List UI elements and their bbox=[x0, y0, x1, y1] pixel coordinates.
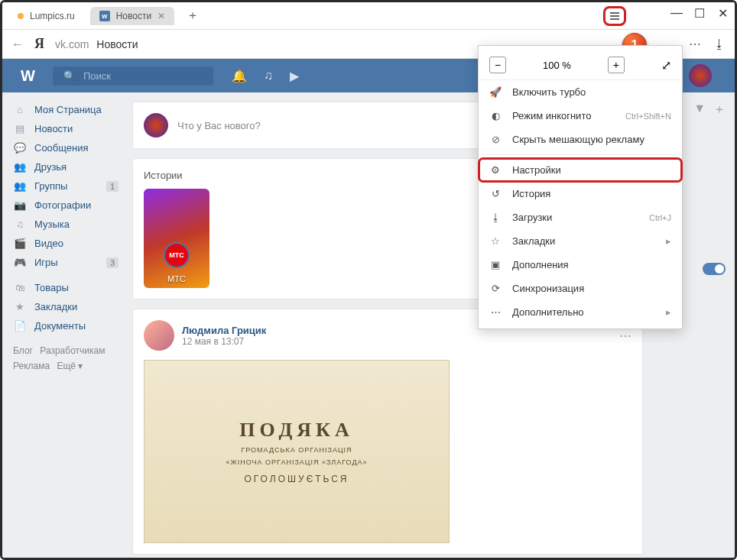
menu-label: Включить турбо bbox=[512, 86, 586, 98]
sidebar-badge: 1 bbox=[106, 181, 119, 192]
music-icon[interactable]: ♫ bbox=[264, 69, 273, 83]
sidebar-label: Закладки bbox=[34, 301, 77, 312]
browser-menu: − 100 % + ⤢ 🚀 Включить турбо ◐ Режим инк… bbox=[478, 45, 683, 329]
cert-line: ОГОЛОШУЄТЬСЯ bbox=[160, 474, 433, 484]
sync-icon: ⟳ bbox=[489, 283, 502, 294]
star-icon: ☆ bbox=[489, 235, 502, 247]
menu-more[interactable]: ⋯ Дополнительно ▸ bbox=[479, 300, 682, 324]
tab-bar: Lumpics.ru w Новости ✕ ＋ — ☐ ✕ bbox=[2, 2, 735, 30]
chevron-right-icon: ▸ bbox=[666, 235, 671, 247]
sidebar-item-music[interactable]: ♫Музыка bbox=[2, 215, 129, 234]
zoom-out-button[interactable]: − bbox=[489, 57, 506, 73]
menu-label: Загрузки bbox=[512, 212, 552, 223]
search-placeholder: Поиск bbox=[83, 70, 111, 82]
filter-icon[interactable]: ▼ bbox=[693, 102, 706, 118]
zoom-level: 100 % bbox=[543, 60, 571, 71]
window-controls: — ☐ ✕ bbox=[672, 8, 727, 18]
search-icon: 🔍 bbox=[63, 70, 76, 82]
post-author[interactable]: Людмила Грицик bbox=[182, 325, 266, 336]
sidebar: ⌂Моя Страница ▤Новости 💬Сообщения 👥Друзь… bbox=[2, 92, 129, 558]
zoom-in-button[interactable]: + bbox=[608, 57, 625, 73]
sidebar-item-games[interactable]: 🎮Игры3 bbox=[2, 253, 129, 272]
menu-settings[interactable]: ⚙ Настройки bbox=[479, 158, 682, 182]
sidebar-item-bookmarks[interactable]: ★Закладки bbox=[2, 297, 129, 316]
story-item[interactable]: МТС МТС bbox=[144, 189, 209, 288]
block-icon: ⊘ bbox=[489, 134, 502, 145]
vk-logo-icon[interactable]: W bbox=[21, 67, 34, 85]
menu-incognito[interactable]: ◐ Режим инкогнито Ctrl+Shift+N bbox=[479, 104, 682, 128]
tab-lumpics[interactable]: Lumpics.ru bbox=[8, 7, 84, 25]
download-icon[interactable]: ⭳ bbox=[713, 37, 726, 51]
news-icon: ▤ bbox=[13, 123, 27, 134]
menu-label: Дополнения bbox=[512, 259, 569, 270]
sidebar-item-docs[interactable]: 📄Документы bbox=[2, 316, 129, 335]
menu-hide-ads[interactable]: ⊘ Скрыть мешающую рекламу bbox=[479, 128, 682, 151]
story-badge: МТС bbox=[164, 242, 190, 268]
cert-title: ПОДЯКА bbox=[160, 419, 433, 442]
footer-dev[interactable]: Разработчикам bbox=[40, 345, 105, 356]
sidebar-label: Товары bbox=[34, 282, 69, 293]
close-button[interactable]: ✕ bbox=[718, 8, 727, 18]
address-input[interactable]: vk.com Новости bbox=[55, 38, 138, 50]
sidebar-item-groups[interactable]: 👥Группы1 bbox=[2, 176, 129, 196]
sidebar-item-friends[interactable]: 👥Друзья bbox=[2, 157, 129, 176]
sidebar-label: Фотографии bbox=[34, 199, 91, 211]
tab-label: Новости bbox=[116, 11, 151, 21]
sidebar-badge: 3 bbox=[106, 257, 119, 268]
toggle-switch[interactable] bbox=[703, 263, 726, 275]
message-icon: 💬 bbox=[13, 142, 27, 154]
fullscreen-button[interactable]: ⤢ bbox=[661, 58, 671, 73]
sidebar-item-messages[interactable]: 💬Сообщения bbox=[2, 138, 129, 157]
menu-downloads[interactable]: ⭳ Загрузки Ctrl+J bbox=[479, 206, 682, 229]
favicon-dot bbox=[18, 13, 24, 19]
minimize-button[interactable]: — bbox=[672, 8, 681, 18]
zoom-controls: − 100 % + ⤢ bbox=[479, 50, 682, 80]
sidebar-label: Документы bbox=[34, 320, 86, 332]
maximize-button[interactable]: ☐ bbox=[695, 8, 704, 18]
menu-turbo[interactable]: 🚀 Включить турбо bbox=[479, 80, 682, 104]
menu-button[interactable] bbox=[603, 6, 626, 26]
vk-favicon-icon: w bbox=[99, 11, 110, 21]
new-tab-button[interactable]: ＋ bbox=[180, 5, 205, 27]
post: Людмила Грицик 12 мая в 13:07 ⋯ ПОДЯКА Г… bbox=[132, 309, 643, 555]
menu-bookmarks[interactable]: ☆ Закладки ▸ bbox=[479, 229, 682, 253]
search-input[interactable]: 🔍 Поиск bbox=[53, 66, 213, 86]
post-image[interactable]: ПОДЯКА ГРОМАДСЬКА ОРГАНІЗАЦІЯ «ЖІНОЧА ОР… bbox=[144, 360, 450, 543]
sidebar-item-market[interactable]: 🛍Товары bbox=[2, 278, 129, 297]
more-icon: ⋯ bbox=[489, 306, 502, 318]
camera-icon: 📷 bbox=[13, 199, 27, 211]
sidebar-item-photos[interactable]: 📷Фотографии bbox=[2, 196, 129, 215]
games-icon: 🎮 bbox=[13, 257, 27, 268]
sidebar-item-video[interactable]: 🎬Видео bbox=[2, 234, 129, 253]
post-more-button[interactable]: ⋯ bbox=[619, 329, 631, 343]
cert-line: ГРОМАДСЬКА ОРГАНІЗАЦІЯ bbox=[160, 446, 433, 454]
footer-more[interactable]: Ещё ▾ bbox=[57, 361, 83, 371]
sidebar-label: Видео bbox=[34, 238, 63, 249]
history-icon: ↺ bbox=[489, 188, 502, 199]
tab-news[interactable]: w Новости ✕ bbox=[90, 7, 174, 25]
play-icon[interactable]: ▶ bbox=[290, 69, 299, 83]
menu-label: Синхронизация bbox=[512, 283, 584, 294]
sidebar-item-my-page[interactable]: ⌂Моя Страница bbox=[2, 100, 129, 119]
menu-addons[interactable]: ▣ Дополнения bbox=[479, 253, 682, 277]
close-icon[interactable]: ✕ bbox=[157, 11, 165, 21]
menu-history[interactable]: ↺ История bbox=[479, 182, 682, 206]
music-icon: ♫ bbox=[13, 218, 27, 230]
user-avatar[interactable] bbox=[689, 64, 712, 87]
more-icon[interactable]: ⋯ bbox=[689, 37, 701, 51]
menu-sync[interactable]: ⟳ Синхронизация bbox=[479, 277, 682, 300]
notifications-icon[interactable]: 🔔 bbox=[232, 69, 247, 83]
menu-label: Скрыть мешающую рекламу bbox=[512, 134, 644, 145]
footer-blog[interactable]: Блог bbox=[13, 345, 33, 356]
back-button[interactable]: ← bbox=[11, 37, 24, 51]
rocket-icon: 🚀 bbox=[489, 86, 502, 98]
sidebar-item-news[interactable]: ▤Новости bbox=[2, 119, 129, 138]
plus-icon[interactable]: ＋ bbox=[713, 102, 726, 118]
footer-ads[interactable]: Реклама bbox=[13, 361, 50, 371]
story-label: МТС bbox=[167, 274, 186, 283]
yandex-logo-icon[interactable]: Я bbox=[34, 36, 44, 52]
address-domain: vk.com bbox=[55, 38, 89, 50]
post-avatar[interactable] bbox=[144, 320, 174, 351]
menu-label: Режим инкогнито bbox=[512, 110, 591, 121]
tab-label: Lumpics.ru bbox=[30, 11, 75, 21]
